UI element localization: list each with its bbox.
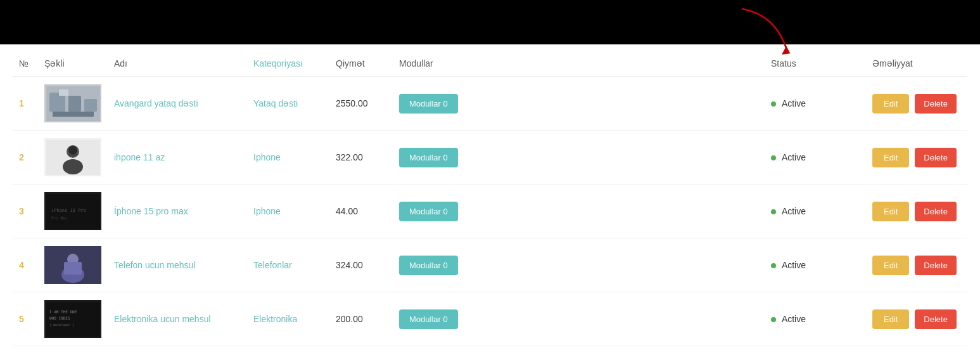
status-text-1: Active xyxy=(782,99,806,109)
cell-name-1: Avangard yataq dəsti xyxy=(108,77,247,131)
status-dot-2 xyxy=(771,155,776,160)
status-dot-3 xyxy=(771,209,776,214)
modullar-button-3[interactable]: Modullar 0 xyxy=(399,202,458,221)
cell-name-5: Elektronika ucun mehsul xyxy=(108,292,247,346)
cell-image-5: I AM THE ONE WHO CODES { developer } xyxy=(38,292,108,346)
cell-category-2: Iphone xyxy=(247,131,329,185)
status-dot-1 xyxy=(771,101,776,107)
cell-category-3: Iphone xyxy=(247,185,329,238)
cell-name-4: Telefon ucun mehsul xyxy=(108,238,247,292)
products-table: № Şəkli Adı Kateqoriyası Qiymət Modullar… xyxy=(13,51,967,346)
edit-button-3[interactable]: Edit xyxy=(872,202,909,221)
cell-action-5: Edit Delete xyxy=(866,292,967,346)
svg-text:iPhone 15 Pro: iPhone 15 Pro xyxy=(51,208,86,213)
cell-status-1: Active xyxy=(765,77,866,131)
cell-image-2 xyxy=(38,131,108,185)
cell-category-1: Yataq dəsti xyxy=(247,77,329,131)
svg-rect-17 xyxy=(64,262,82,275)
col-price: Qiymət xyxy=(329,51,393,77)
cell-num-1: 1 xyxy=(13,77,38,131)
cell-category-5: Elektronika xyxy=(247,292,329,346)
cell-action-3: Edit Delete xyxy=(866,185,967,238)
cell-price-1: 2550.00 xyxy=(329,77,393,131)
svg-rect-4 xyxy=(84,99,97,112)
edit-button-5[interactable]: Edit xyxy=(872,309,909,329)
col-name: Adı xyxy=(108,51,247,77)
svg-rect-3 xyxy=(68,96,81,112)
table-row: 5 I AM THE ONE WHO CODES { developer } E… xyxy=(13,292,967,346)
cell-num-2: 2 xyxy=(13,131,38,185)
cell-modullar-3: Modullar 0 xyxy=(393,185,765,238)
cell-modullar-4: Modullar 0 xyxy=(393,238,765,292)
table-row: 4 Telefon ucun mehsul Telefonlar 324.00 … xyxy=(13,238,967,292)
cell-category-4: Telefonlar xyxy=(247,238,329,292)
col-num: № xyxy=(13,51,38,77)
col-action: Əməliyyat xyxy=(866,51,967,77)
cell-price-4: 324.00 xyxy=(329,238,393,292)
top-bar xyxy=(0,0,980,44)
cell-num-5: 5 xyxy=(13,292,38,346)
status-dot-4 xyxy=(771,263,776,268)
delete-button-3[interactable]: Delete xyxy=(915,202,957,221)
svg-point-9 xyxy=(63,159,83,174)
status-text-2: Active xyxy=(782,153,806,163)
cell-modullar-5: Modullar 0 xyxy=(393,292,765,346)
cell-action-1: Edit Delete xyxy=(866,77,967,131)
cell-modullar-2: Modullar 0 xyxy=(393,131,765,185)
svg-rect-6 xyxy=(59,89,68,96)
svg-text:I AM THE ONE: I AM THE ONE xyxy=(49,309,77,314)
cell-image-4 xyxy=(38,238,108,292)
delete-button-1[interactable]: Delete xyxy=(915,94,957,114)
cell-status-4: Active xyxy=(765,238,866,292)
modullar-button-5[interactable]: Modullar 0 xyxy=(399,309,458,329)
cell-status-3: Active xyxy=(765,185,866,238)
edit-button-1[interactable]: Edit xyxy=(872,94,909,114)
cell-num-3: 3 xyxy=(13,185,38,238)
cell-price-2: 322.00 xyxy=(329,131,393,185)
cell-num-4: 4 xyxy=(13,238,38,292)
col-modullar: Modullar xyxy=(393,51,765,77)
table-container: № Şəkli Adı Kateqoriyası Qiymət Modullar… xyxy=(0,44,980,359)
svg-text:WHO CODES: WHO CODES xyxy=(49,316,70,320)
svg-text:{ developer }: { developer } xyxy=(49,323,74,327)
cell-price-5: 200.00 xyxy=(329,292,393,346)
edit-button-2[interactable]: Edit xyxy=(872,148,909,167)
svg-point-10 xyxy=(68,146,77,155)
cell-image-1 xyxy=(38,77,108,131)
status-dot-5 xyxy=(771,317,776,322)
table-row: 3 iPhone 15 Pro Pro Max İphone 15 pro ma… xyxy=(13,185,967,238)
status-text-4: Active xyxy=(782,261,806,271)
cell-name-3: İphone 15 pro max xyxy=(108,185,247,238)
cell-name-2: ihpone 11 az xyxy=(108,131,247,185)
status-text-5: Active xyxy=(782,315,806,325)
cell-modullar-1: Modullar 0 xyxy=(393,77,765,131)
status-text-3: Active xyxy=(782,207,806,217)
delete-button-5[interactable]: Delete xyxy=(915,309,957,329)
edit-button-4[interactable]: Edit xyxy=(872,256,909,275)
cell-action-2: Edit Delete xyxy=(866,131,967,185)
svg-text:Pro Max: Pro Max xyxy=(51,216,68,220)
table-header-row: № Şəkli Adı Kateqoriyası Qiymət Modullar… xyxy=(13,51,967,77)
cell-action-4: Edit Delete xyxy=(866,238,967,292)
cell-image-3: iPhone 15 Pro Pro Max xyxy=(38,185,108,238)
svg-rect-5 xyxy=(53,112,94,117)
cell-price-3: 44.00 xyxy=(329,185,393,238)
cell-status-2: Active xyxy=(765,131,866,185)
cell-status-5: Active xyxy=(765,292,866,346)
table-row: 2 ihpone 11 az Iphone 322.00 Modullar 0 … xyxy=(13,131,967,185)
table-row: 1 Avangard yataq dəsti Yataq dəsti 2550.… xyxy=(13,77,967,131)
modullar-button-4[interactable]: Modullar 0 xyxy=(399,256,458,275)
col-category: Kateqoriyası xyxy=(247,51,329,77)
delete-button-4[interactable]: Delete xyxy=(915,256,957,275)
modullar-button-1[interactable]: Modullar 0 xyxy=(399,94,458,114)
delete-button-2[interactable]: Delete xyxy=(915,148,957,167)
modullar-button-2[interactable]: Modullar 0 xyxy=(399,148,458,167)
col-status: Status xyxy=(765,51,866,77)
col-image: Şəkli xyxy=(38,51,108,77)
